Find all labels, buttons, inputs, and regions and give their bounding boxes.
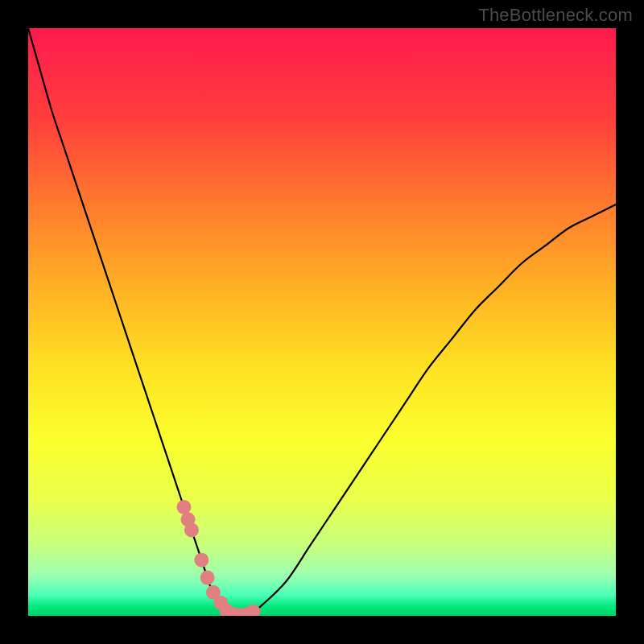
curve-marker (246, 605, 261, 616)
curve-marker (176, 500, 191, 514)
bottleneck-curve (28, 28, 616, 616)
chart-frame: TheBottleneck.com (0, 0, 644, 644)
curve-marker (200, 571, 215, 585)
plot-area (28, 28, 616, 616)
curve-marker (194, 553, 208, 568)
curve-marker (184, 522, 199, 537)
watermark-text: TheBottleneck.com (478, 5, 633, 26)
